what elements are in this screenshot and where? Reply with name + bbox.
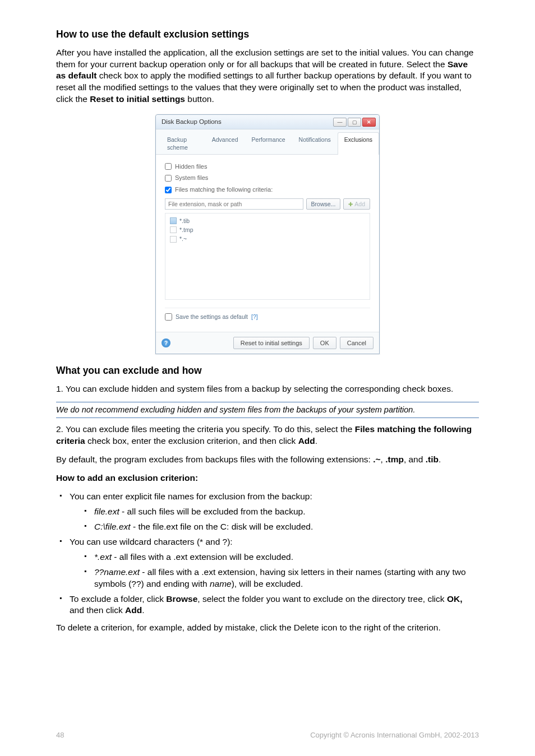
text: and then click: [70, 605, 125, 615]
reset-button[interactable]: Reset to initial settings: [233, 337, 310, 349]
text: 2. You can exclude files meeting the cri…: [56, 424, 355, 434]
dialog-body: Hidden files System files Files matching…: [156, 155, 379, 332]
maximize-icon[interactable]: ▢: [348, 118, 361, 127]
text: After you have installed the application…: [56, 48, 473, 69]
text: button.: [185, 94, 214, 104]
heading-add-criterion: How to add an exclusion criterion:: [56, 472, 479, 484]
pattern-text: *.~: [179, 235, 187, 243]
term-browse: Browse: [166, 594, 197, 604]
pattern-text: *.tib: [179, 217, 190, 225]
filter-row: Browse... ✚Add: [165, 198, 370, 210]
dialog-tabs: Backup scheme Advanced Performance Notif…: [156, 129, 379, 154]
code-star-ext: *.ext: [94, 552, 112, 562]
save-default-checkbox[interactable]: [165, 313, 172, 321]
pattern-list: *.tib *.tmp *.~: [165, 213, 370, 300]
list-item[interactable]: *.tmp: [170, 226, 365, 234]
code-name: name: [210, 579, 232, 588]
criterion-list: You can enter explicit file names for ex…: [56, 491, 479, 616]
tab-advanced[interactable]: Advanced: [205, 132, 245, 154]
heading-default-exclusion: How to use the default exclusion setting…: [56, 28, 479, 41]
help-link-icon[interactable]: [?]: [251, 313, 258, 321]
system-files-row[interactable]: System files: [165, 174, 370, 182]
list-item[interactable]: *.~: [170, 235, 365, 243]
copyright: Copyright © Acronis International GmbH, …: [310, 730, 479, 740]
hidden-files-label: Hidden files: [175, 163, 207, 171]
text: .: [439, 454, 441, 464]
text: You can enter explicit file names for ex…: [70, 491, 312, 501]
system-files-checkbox[interactable]: [165, 175, 172, 182]
paragraph-default-extensions: By default, the program excludes from ba…: [56, 454, 479, 466]
term-ok: OK,: [447, 594, 463, 604]
add-button[interactable]: ✚Add: [343, 198, 370, 210]
browse-button[interactable]: Browse...: [306, 198, 341, 210]
text: - all files with a .ext extension will b…: [112, 552, 293, 562]
system-files-label: System files: [175, 174, 208, 182]
matching-criteria-label: Files matching the following criteria:: [175, 185, 273, 194]
reset-initial-term: Reset to initial settings: [90, 94, 185, 104]
tab-performance[interactable]: Performance: [245, 132, 292, 154]
tab-backup-scheme[interactable]: Backup scheme: [160, 132, 205, 154]
code-file-ext: file.ext: [94, 507, 119, 516]
text: .: [142, 605, 144, 615]
close-icon[interactable]: ✕: [362, 118, 376, 127]
matching-criteria-checkbox[interactable]: [165, 187, 172, 193]
pattern-text: *.tmp: [179, 226, 193, 234]
text: To exclude a folder, click: [70, 594, 166, 604]
list-item: You can use wildcard characters (* and ?…: [57, 536, 479, 590]
matching-criteria-row[interactable]: Files matching the following criteria:: [165, 185, 370, 194]
hidden-files-row[interactable]: Hidden files: [165, 163, 370, 171]
text: - the file.ext file on the C: disk will …: [131, 522, 313, 531]
ext-tmp: .tmp: [385, 454, 404, 464]
text: ,: [381, 454, 386, 464]
page-number: 48: [56, 730, 64, 740]
paragraph-exclude-2: 2. You can exclude files meeting the cri…: [56, 424, 479, 447]
term-add-2: Add: [125, 605, 142, 615]
file-icon: [170, 217, 177, 224]
list-item: ??name.ext - all files with a .ext exten…: [82, 567, 479, 590]
text: check box, enter the exclusion criterion…: [85, 436, 298, 446]
ok-button[interactable]: OK: [313, 337, 336, 349]
dialog-title: Disk Backup Options: [162, 118, 222, 127]
ext-tib: .tib: [426, 454, 439, 464]
file-icon: [170, 226, 177, 233]
window-buttons: — ▢ ✕: [333, 118, 376, 127]
text: - all such files will be excluded from t…: [119, 507, 306, 516]
code-c-file-ext: C:\file.ext: [94, 522, 131, 531]
paragraph-exclude-1: 1. You can exclude hidden and system fil…: [56, 383, 479, 395]
text: , select the folder you want to exclude …: [197, 594, 447, 604]
ext-tilde: .~: [373, 454, 380, 464]
hidden-files-checkbox[interactable]: [165, 163, 172, 170]
dialog-titlebar: Disk Backup Options — ▢ ✕: [156, 115, 379, 129]
list-item: C:\file.ext - the file.ext file on the C…: [82, 521, 479, 533]
code-qq-name-ext: ??name.ext: [94, 567, 140, 577]
list-item: *.ext - all files with a .ext extension …: [82, 551, 479, 563]
file-icon: [170, 236, 177, 243]
text: By default, the program excludes from ba…: [56, 454, 373, 464]
text: ), will be excluded.: [232, 579, 303, 588]
text: You can use wildcard characters (* and ?…: [70, 537, 233, 546]
plus-icon: ✚: [348, 201, 353, 207]
list-item: file.ext - all such files will be exclud…: [82, 506, 479, 518]
tab-notifications[interactable]: Notifications: [292, 132, 338, 154]
list-item: To exclude a folder, click Browse, selec…: [57, 593, 479, 617]
text: .: [315, 436, 317, 446]
note-text: We do not recommend excluding hidden and…: [56, 405, 479, 416]
save-default-label: Save the settings as default: [176, 313, 248, 321]
add-label: Add: [354, 201, 365, 207]
paragraph-delete-criterion: To delete a criterion, for example, adde…: [56, 622, 479, 634]
help-icon[interactable]: ?: [162, 338, 170, 347]
paragraph-intro: After you have installed the application…: [56, 47, 479, 106]
note-divider-bottom: [56, 418, 479, 418]
tab-exclusions[interactable]: Exclusions: [338, 132, 379, 154]
list-item: You can enter explicit file names for ex…: [57, 491, 479, 533]
dialog-footer: ? Reset to initial settings OK Cancel: [156, 332, 379, 354]
dialog-screenshot: Disk Backup Options — ▢ ✕ Backup scheme …: [56, 114, 479, 354]
minimize-icon[interactable]: —: [333, 118, 347, 127]
cancel-button[interactable]: Cancel: [340, 337, 373, 349]
page-footer: 48 Copyright © Acronis International Gmb…: [56, 730, 479, 740]
list-item[interactable]: *.tib: [170, 217, 365, 225]
disk-backup-options-dialog: Disk Backup Options — ▢ ✕ Backup scheme …: [155, 114, 380, 354]
save-default-row[interactable]: Save the settings as default [?]: [165, 308, 370, 326]
heading-what-exclude: What you can exclude and how: [56, 364, 479, 378]
criteria-input[interactable]: [165, 198, 303, 210]
